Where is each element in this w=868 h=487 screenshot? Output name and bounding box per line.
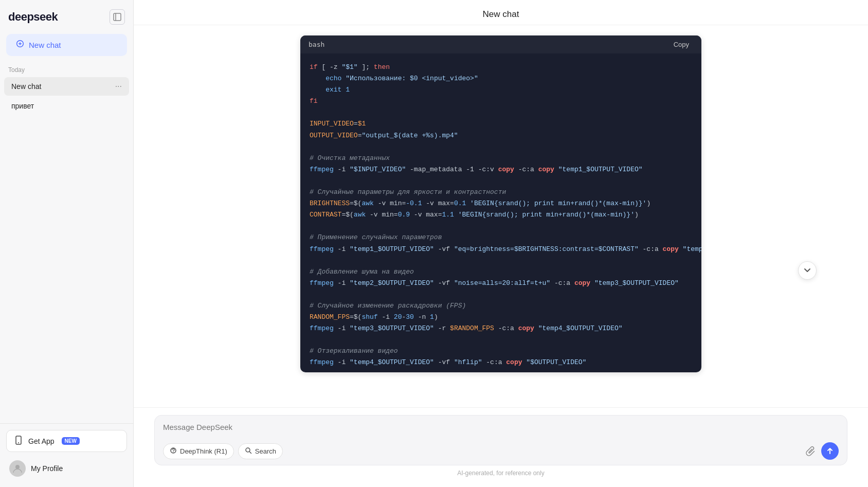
- profile-item[interactable]: My Profile: [6, 456, 127, 481]
- svg-point-3: [18, 442, 19, 443]
- search-label: Search: [255, 447, 276, 455]
- new-badge: NEW: [62, 437, 80, 445]
- sidebar-item-new-chat[interactable]: New chat ···: [4, 77, 129, 96]
- attach-button[interactable]: [805, 445, 816, 457]
- search-icon: [245, 447, 252, 456]
- main-content: New chat bash Copy if [ -z "$1" ]; then …: [134, 0, 868, 487]
- chat-options-icon[interactable]: ···: [115, 82, 122, 91]
- input-box: DeepThink (R1) Search: [154, 415, 847, 465]
- code-block-container: bash Copy if [ -z "$1" ]; then echo "Исп…: [300, 35, 701, 372]
- sidebar-header: deepseek: [0, 0, 133, 30]
- code-block-header: bash Copy: [300, 35, 701, 53]
- sidebar-footer: Get App NEW My Profile: [0, 423, 133, 487]
- chat-title: New chat: [134, 0, 868, 25]
- search-button[interactable]: Search: [238, 443, 283, 459]
- send-button[interactable]: [821, 442, 839, 460]
- new-chat-label: New chat: [29, 41, 61, 49]
- footer-note: AI-generated, for reference only: [154, 470, 847, 477]
- today-section-label: Today: [0, 64, 133, 77]
- chat-messages: bash Copy if [ -z "$1" ]; then echo "Исп…: [134, 25, 868, 407]
- get-app-label: Get App: [28, 437, 55, 445]
- profile-label: My Profile: [31, 464, 63, 473]
- svg-point-6: [173, 452, 173, 452]
- input-left-actions: DeepThink (R1) Search: [163, 443, 283, 459]
- code-language: bash: [309, 41, 324, 48]
- code-content: if [ -z "$1" ]; then echo "Использование…: [300, 53, 701, 372]
- logo: deepseek: [8, 10, 58, 24]
- input-area: DeepThink (R1) Search: [134, 407, 868, 487]
- get-app-button[interactable]: Get App NEW: [6, 430, 127, 452]
- sidebar: deepseek New chat Today New chat ··· при…: [0, 0, 134, 487]
- input-actions: DeepThink (R1) Search: [163, 442, 839, 460]
- deepthink-icon: [170, 447, 177, 456]
- scroll-down-button[interactable]: [798, 261, 817, 280]
- deepthink-button[interactable]: DeepThink (R1): [163, 443, 234, 459]
- deepthink-label: DeepThink (R1): [180, 447, 227, 455]
- svg-rect-0: [114, 13, 121, 21]
- svg-line-8: [249, 452, 251, 453]
- new-chat-button[interactable]: New chat: [6, 34, 127, 56]
- message-input[interactable]: [163, 423, 839, 435]
- new-chat-icon: [15, 39, 25, 51]
- svg-point-7: [246, 448, 250, 452]
- copy-button[interactable]: Copy: [670, 40, 693, 49]
- chat-item-label: New chat: [11, 82, 41, 91]
- code-wrapper: bash Copy if [ -z "$1" ]; then echo "Исп…: [154, 35, 847, 372]
- collapse-sidebar-button[interactable]: [110, 9, 125, 25]
- svg-point-4: [15, 465, 20, 469]
- chat-item-label: привет: [11, 102, 34, 110]
- sidebar-item-privet[interactable]: привет ···: [4, 97, 129, 115]
- input-right-actions: [805, 442, 839, 460]
- phone-icon: [14, 436, 23, 446]
- avatar: [9, 460, 26, 477]
